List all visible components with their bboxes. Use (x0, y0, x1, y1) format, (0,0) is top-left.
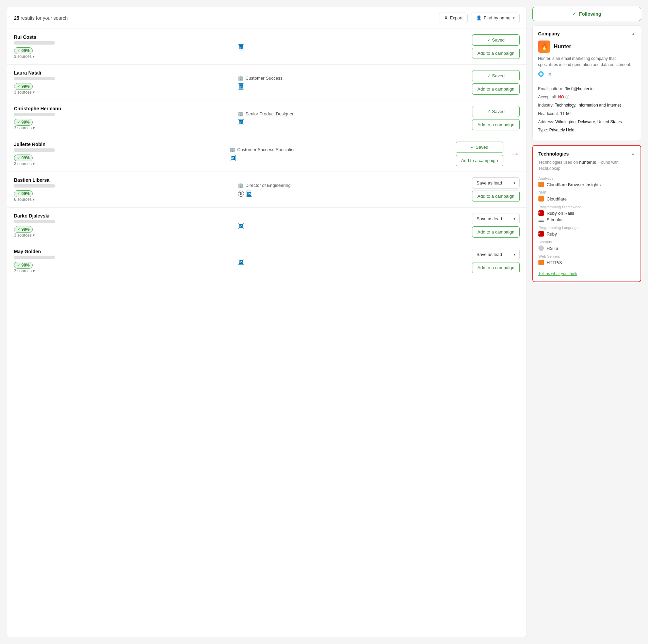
person-job (238, 257, 458, 265)
building-icon: 🏢 (238, 183, 243, 188)
linkedin-icon[interactable] (238, 83, 244, 90)
score-check-icon: ✓ (17, 192, 20, 196)
sources-link[interactable]: 6 sources ▾ (14, 197, 234, 202)
person-actions: Save as lead▾Add to a campaign (462, 213, 520, 238)
person-job: 🏢 Senior Product Designer (238, 111, 458, 125)
person-actions: ✓ SavedAdd to a campaign (446, 142, 503, 166)
sources-link[interactable]: 3 sources ▾ (14, 269, 234, 273)
tech-collapse-icon[interactable]: ▲ (631, 151, 635, 156)
type-value: Privately Held (549, 128, 574, 132)
sources-link[interactable]: 3 sources ▾ (14, 161, 226, 166)
company-logo-row: 🔥 Hunter (538, 41, 635, 53)
address: Address: Wilmington, Delaware, United St… (538, 119, 635, 125)
tech-category: SecurityHSTS (538, 240, 635, 251)
score-check-icon: ✓ (17, 120, 20, 125)
person-email-blurred (14, 41, 55, 45)
industry: Industry: Technology, Information and In… (538, 102, 635, 109)
company-card-header: Company ▲ (538, 31, 635, 36)
headcount: Headcount: 11-50 (538, 111, 635, 117)
score-check-icon: ✓ (17, 156, 20, 160)
save-lead-dropdown-icon: ▾ (514, 181, 515, 185)
twitter-icon[interactable] (238, 191, 244, 197)
saved-button[interactable]: ✓ Saved (472, 70, 520, 81)
saved-button[interactable]: ✓ Saved (472, 34, 520, 46)
person-row: Rui Costa✓ 99%3 sources ▾✓ SavedAdd to a… (7, 29, 526, 65)
chevron-sources-icon: ▾ (33, 233, 35, 238)
linkedin-icon[interactable] (246, 191, 252, 197)
save-lead-button[interactable]: Save as lead▾ (472, 213, 520, 224)
social-icons (238, 191, 252, 197)
tech-category-label: Programming Language (538, 226, 635, 230)
linkedin-icon[interactable] (238, 259, 244, 265)
tell-us-link[interactable]: Tell us what you think (538, 271, 577, 276)
building-icon: 🏢 (238, 111, 243, 116)
save-lead-button[interactable]: Save as lead▾ (472, 249, 520, 260)
following-label: Following (579, 11, 601, 17)
tech-item: RRuby (538, 231, 635, 237)
sources-link[interactable]: 3 sources ▾ (14, 233, 234, 238)
add-to-campaign-button[interactable]: Add to a campaign (472, 83, 520, 95)
tech-item: HTTP/3 (538, 260, 635, 265)
person-name: Christophe Hermann (14, 106, 234, 111)
person-badges: ✓ 98% (14, 262, 234, 269)
save-lead-button[interactable]: Save as lead▾ (472, 177, 520, 189)
linkedin-icon[interactable] (238, 223, 244, 229)
person-list: Rui Costa✓ 99%3 sources ▾✓ SavedAdd to a… (7, 29, 526, 279)
social-icons (238, 119, 244, 125)
tech-domain: hunter.io (579, 160, 596, 165)
add-to-campaign-button[interactable]: Add to a campaign (472, 119, 520, 130)
tech-item-name: Stimulus (547, 217, 564, 222)
globe-icon[interactable]: 🌐 (538, 71, 545, 78)
company-collapse-icon[interactable]: ▲ (631, 31, 635, 36)
saved-button[interactable]: ✓ Saved (472, 106, 520, 117)
building-icon: 🏢 (230, 147, 235, 152)
score-check-icon: ✓ (17, 227, 20, 232)
accept-all-value: NO (558, 95, 564, 99)
person-email-blurred (14, 77, 55, 80)
linkedin-icon[interactable] (238, 44, 244, 50)
header-actions: ⬇ Export 👤 Find by name ▾ (439, 13, 520, 23)
add-to-campaign-button[interactable]: Add to a campaign (472, 191, 520, 202)
tech-item-name: HTTP/3 (547, 260, 562, 265)
export-button[interactable]: ⬇ Export (439, 13, 468, 23)
tech-card-header: Technologies ▲ (538, 151, 635, 157)
chevron-sources-icon: ▾ (33, 197, 35, 202)
company-description: Hunter is an email marketing company tha… (538, 55, 635, 68)
person-actions: ✓ SavedAdd to a campaign (462, 70, 520, 95)
saved-button[interactable]: ✓ Saved (456, 142, 503, 153)
company-card: Company ▲ 🔥 Hunter Hunter is an email ma… (532, 25, 641, 141)
sources-link[interactable]: 3 sources ▾ (14, 126, 234, 130)
person-row: Christophe Hermann✓ 99%3 sources ▾🏢 Seni… (7, 100, 526, 136)
person-email-blurred (14, 148, 55, 152)
tech-section-title: Technologies (538, 151, 569, 157)
chevron-sources-icon: ▾ (33, 90, 35, 95)
score-badge: ✓ 99% (14, 190, 33, 197)
job-title: 🏢 Senior Product Designer (238, 111, 294, 116)
following-button[interactable]: ✓ Following (532, 7, 641, 21)
add-to-campaign-button[interactable]: Add to a campaign (472, 226, 520, 238)
right-panel: ✓ Following Company ▲ 🔥 Hunter Hunter is… (532, 7, 641, 637)
export-label: Export (450, 15, 463, 20)
tech-item-icon: R (538, 210, 544, 216)
main-container: 25 results for your search ⬇ Export 👤 Fi… (0, 0, 648, 644)
person-info: May Golden✓ 98%3 sources ▾ (14, 249, 234, 273)
linkedin-icon[interactable] (238, 119, 244, 125)
info-icon[interactable]: ⓘ (565, 95, 569, 99)
linkedin-icon[interactable] (230, 155, 236, 161)
add-to-campaign-button[interactable]: Add to a campaign (472, 48, 520, 59)
sources-link[interactable]: 3 sources ▾ (14, 54, 234, 59)
find-by-name-button[interactable]: 👤 Find by name ▾ (471, 13, 520, 23)
sources-link[interactable]: 3 sources ▾ (14, 90, 234, 95)
tech-item-name: Cloudflare Browser Insights (547, 182, 601, 187)
tech-category-label: Web Servers (538, 254, 635, 258)
person-info: Christophe Hermann✓ 99%3 sources ▾ (14, 106, 234, 130)
person-info: Darko Djalevski✓ 98%3 sources ▾ (14, 213, 234, 238)
chevron-sources-icon: ▾ (33, 54, 35, 59)
add-to-campaign-button[interactable]: Add to a campaign (456, 155, 503, 166)
add-to-campaign-button[interactable]: Add to a campaign (472, 262, 520, 273)
score-badge: ✓ 99% (14, 155, 33, 161)
score-badge: ✓ 98% (14, 226, 33, 233)
tech-category: Web ServersHTTP/3 (538, 254, 635, 265)
linkedin-icon[interactable]: in (548, 71, 554, 78)
tech-categories: AnalyticsCloudflare Browser InsightsDNSC… (538, 176, 635, 265)
